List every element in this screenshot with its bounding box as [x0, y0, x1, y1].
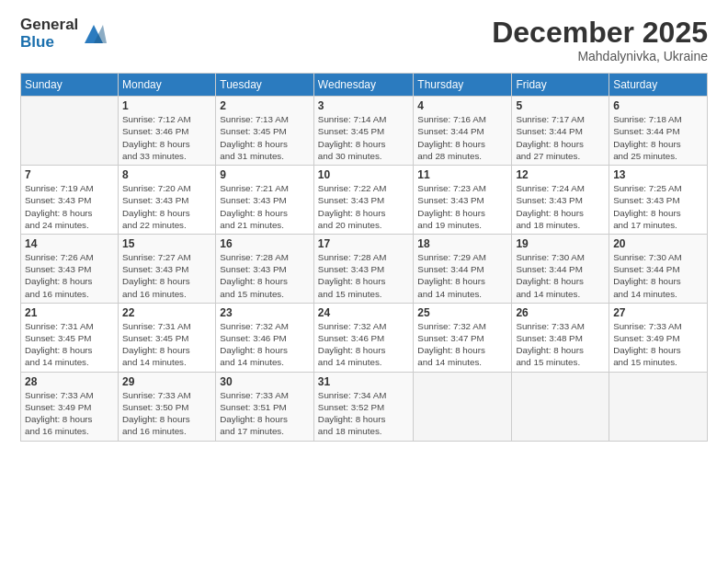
- table-row: 14Sunrise: 7:26 AMSunset: 3:43 PMDayligh…: [21, 234, 119, 303]
- table-row: 13Sunrise: 7:25 AMSunset: 3:43 PMDayligh…: [609, 166, 708, 235]
- day-info: Sunrise: 7:23 AMSunset: 3:43 PMDaylight:…: [417, 182, 507, 231]
- header: General Blue December 2025 Mahdalynivka,…: [20, 17, 708, 63]
- day-info: Sunrise: 7:13 AMSunset: 3:45 PMDaylight:…: [220, 113, 310, 162]
- day-info: Sunrise: 7:33 AMSunset: 3:49 PMDaylight:…: [613, 320, 703, 369]
- table-row: 2Sunrise: 7:13 AMSunset: 3:45 PMDaylight…: [216, 97, 314, 166]
- day-info: Sunrise: 7:27 AMSunset: 3:43 PMDaylight:…: [122, 251, 211, 300]
- day-info: Sunrise: 7:31 AMSunset: 3:45 PMDaylight:…: [122, 320, 211, 369]
- day-number: 5: [516, 99, 605, 112]
- day-number: 23: [220, 306, 310, 319]
- day-number: 3: [318, 99, 410, 112]
- table-row: 18Sunrise: 7:29 AMSunset: 3:44 PMDayligh…: [414, 234, 512, 303]
- logo: General Blue: [20, 17, 107, 51]
- day-number: 4: [417, 99, 507, 112]
- day-number: 7: [25, 168, 114, 181]
- table-row: 28Sunrise: 7:33 AMSunset: 3:49 PMDayligh…: [21, 372, 119, 441]
- day-info: Sunrise: 7:16 AMSunset: 3:44 PMDaylight:…: [417, 113, 507, 162]
- table-row: 8Sunrise: 7:20 AMSunset: 3:43 PMDaylight…: [119, 166, 216, 235]
- day-number: 27: [613, 306, 703, 319]
- day-number: 1: [122, 99, 211, 112]
- day-number: 14: [25, 237, 114, 250]
- day-info: Sunrise: 7:33 AMSunset: 3:49 PMDaylight:…: [25, 389, 114, 438]
- day-info: Sunrise: 7:29 AMSunset: 3:44 PMDaylight:…: [417, 251, 507, 300]
- logo-general: General: [20, 17, 78, 34]
- page: General Blue December 2025 Mahdalynivka,…: [0, 0, 728, 563]
- day-info: Sunrise: 7:32 AMSunset: 3:47 PMDaylight:…: [417, 320, 507, 369]
- table-row: 16Sunrise: 7:28 AMSunset: 3:43 PMDayligh…: [216, 234, 314, 303]
- day-number: 20: [613, 237, 703, 250]
- day-info: Sunrise: 7:31 AMSunset: 3:45 PMDaylight:…: [25, 320, 114, 369]
- day-info: Sunrise: 7:28 AMSunset: 3:43 PMDaylight:…: [318, 251, 410, 300]
- header-thursday: Thursday: [414, 74, 512, 97]
- table-row: 6Sunrise: 7:18 AMSunset: 3:44 PMDaylight…: [609, 97, 708, 166]
- day-number: 9: [220, 168, 310, 181]
- day-number: 25: [417, 306, 507, 319]
- calendar-week-row: 14Sunrise: 7:26 AMSunset: 3:43 PMDayligh…: [21, 234, 708, 303]
- table-row: 24Sunrise: 7:32 AMSunset: 3:46 PMDayligh…: [313, 303, 414, 372]
- day-number: 24: [318, 306, 410, 319]
- table-row: 21Sunrise: 7:31 AMSunset: 3:45 PMDayligh…: [21, 303, 119, 372]
- day-info: Sunrise: 7:30 AMSunset: 3:44 PMDaylight:…: [613, 251, 703, 300]
- day-info: Sunrise: 7:33 AMSunset: 3:48 PMDaylight:…: [516, 320, 605, 369]
- day-number: 10: [318, 168, 410, 181]
- table-row: 3Sunrise: 7:14 AMSunset: 3:45 PMDaylight…: [313, 97, 414, 166]
- table-row: 20Sunrise: 7:30 AMSunset: 3:44 PMDayligh…: [609, 234, 708, 303]
- day-number: 6: [613, 99, 703, 112]
- calendar-week-row: 7Sunrise: 7:19 AMSunset: 3:43 PMDaylight…: [21, 166, 708, 235]
- day-number: 28: [25, 375, 114, 388]
- table-row: 23Sunrise: 7:32 AMSunset: 3:46 PMDayligh…: [216, 303, 314, 372]
- day-info: Sunrise: 7:20 AMSunset: 3:43 PMDaylight:…: [122, 182, 211, 231]
- day-number: 16: [220, 237, 310, 250]
- table-row: 15Sunrise: 7:27 AMSunset: 3:43 PMDayligh…: [119, 234, 216, 303]
- day-number: 26: [516, 306, 605, 319]
- calendar-header-row: Sunday Monday Tuesday Wednesday Thursday…: [21, 74, 708, 97]
- table-row: 31Sunrise: 7:34 AMSunset: 3:52 PMDayligh…: [313, 372, 414, 441]
- header-saturday: Saturday: [609, 74, 708, 97]
- day-number: 13: [613, 168, 703, 181]
- day-number: 18: [417, 237, 507, 250]
- table-row: 4Sunrise: 7:16 AMSunset: 3:44 PMDaylight…: [414, 97, 512, 166]
- calendar-week-row: 1Sunrise: 7:12 AMSunset: 3:46 PMDaylight…: [21, 97, 708, 166]
- day-info: Sunrise: 7:26 AMSunset: 3:43 PMDaylight:…: [25, 251, 114, 300]
- table-row: 26Sunrise: 7:33 AMSunset: 3:48 PMDayligh…: [512, 303, 609, 372]
- table-row: 7Sunrise: 7:19 AMSunset: 3:43 PMDaylight…: [21, 166, 119, 235]
- logo-icon: [81, 21, 107, 47]
- day-number: 21: [25, 306, 114, 319]
- table-row: 12Sunrise: 7:24 AMSunset: 3:43 PMDayligh…: [512, 166, 609, 235]
- day-number: 19: [516, 237, 605, 250]
- logo-blue: Blue: [20, 34, 78, 52]
- day-number: 2: [220, 99, 310, 112]
- day-number: 30: [220, 375, 310, 388]
- table-row: 22Sunrise: 7:31 AMSunset: 3:45 PMDayligh…: [119, 303, 216, 372]
- table-row: [414, 372, 512, 441]
- logo-text: General Blue: [20, 17, 78, 51]
- day-info: Sunrise: 7:25 AMSunset: 3:43 PMDaylight:…: [613, 182, 703, 231]
- day-number: 29: [122, 375, 211, 388]
- day-info: Sunrise: 7:12 AMSunset: 3:46 PMDaylight:…: [122, 113, 211, 162]
- month-title: December 2025: [492, 17, 708, 49]
- day-info: Sunrise: 7:33 AMSunset: 3:50 PMDaylight:…: [122, 389, 211, 438]
- table-row: 29Sunrise: 7:33 AMSunset: 3:50 PMDayligh…: [119, 372, 216, 441]
- table-row: 11Sunrise: 7:23 AMSunset: 3:43 PMDayligh…: [414, 166, 512, 235]
- day-number: 17: [318, 237, 410, 250]
- table-row: 30Sunrise: 7:33 AMSunset: 3:51 PMDayligh…: [216, 372, 314, 441]
- day-info: Sunrise: 7:28 AMSunset: 3:43 PMDaylight:…: [220, 251, 310, 300]
- table-row: 10Sunrise: 7:22 AMSunset: 3:43 PMDayligh…: [313, 166, 414, 235]
- day-info: Sunrise: 7:18 AMSunset: 3:44 PMDaylight:…: [613, 113, 703, 162]
- table-row: [21, 97, 119, 166]
- day-info: Sunrise: 7:33 AMSunset: 3:51 PMDaylight:…: [220, 389, 310, 438]
- table-row: 19Sunrise: 7:30 AMSunset: 3:44 PMDayligh…: [512, 234, 609, 303]
- calendar-week-row: 21Sunrise: 7:31 AMSunset: 3:45 PMDayligh…: [21, 303, 708, 372]
- header-sunday: Sunday: [21, 74, 119, 97]
- calendar-week-row: 28Sunrise: 7:33 AMSunset: 3:49 PMDayligh…: [21, 372, 708, 441]
- day-info: Sunrise: 7:19 AMSunset: 3:43 PMDaylight:…: [25, 182, 114, 231]
- table-row: 9Sunrise: 7:21 AMSunset: 3:43 PMDaylight…: [216, 166, 314, 235]
- day-number: 11: [417, 168, 507, 181]
- table-row: 5Sunrise: 7:17 AMSunset: 3:44 PMDaylight…: [512, 97, 609, 166]
- calendar-table: Sunday Monday Tuesday Wednesday Thursday…: [20, 73, 708, 441]
- table-row: [609, 372, 708, 441]
- table-row: 27Sunrise: 7:33 AMSunset: 3:49 PMDayligh…: [609, 303, 708, 372]
- day-number: 31: [318, 375, 410, 388]
- header-wednesday: Wednesday: [313, 74, 414, 97]
- day-number: 15: [122, 237, 211, 250]
